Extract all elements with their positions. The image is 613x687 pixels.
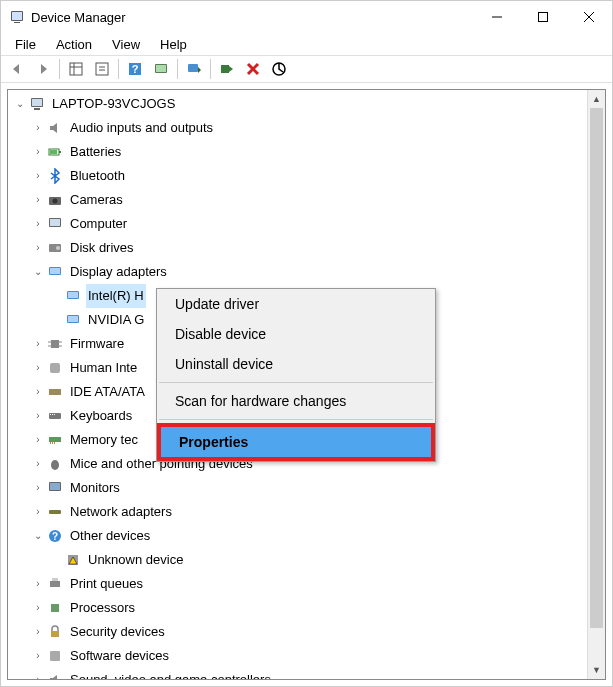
menu-file[interactable]: File — [5, 35, 46, 54]
chevron-right-icon[interactable]: › — [30, 648, 46, 664]
chevron-right-icon[interactable]: › — [30, 576, 46, 592]
vertical-scrollbar[interactable]: ▲ ▼ — [587, 90, 605, 679]
chevron-down-icon[interactable]: ⌄ — [30, 528, 46, 544]
printer-icon — [46, 575, 64, 593]
tree-node-network[interactable]: ›Network adapters — [8, 500, 605, 524]
tree-node-processors[interactable]: ›Processors — [8, 596, 605, 620]
toolbar-separator — [210, 59, 211, 79]
chevron-right-icon[interactable]: › — [30, 384, 46, 400]
node-label: Firmware — [68, 332, 126, 356]
node-label: Network adapters — [68, 500, 174, 524]
chevron-right-icon[interactable]: › — [30, 336, 46, 352]
forward-button[interactable] — [31, 58, 55, 80]
svg-rect-10 — [96, 63, 108, 75]
svg-point-33 — [56, 246, 60, 250]
chevron-right-icon[interactable]: › — [30, 360, 46, 376]
svg-rect-45 — [50, 363, 60, 373]
ctx-scan-hardware[interactable]: Scan for hardware changes — [157, 386, 435, 416]
tree-node-software[interactable]: ›Software devices — [8, 644, 605, 668]
scroll-thumb[interactable] — [590, 108, 603, 628]
ctx-disable-device[interactable]: Disable device — [157, 319, 435, 349]
tree-node-cameras[interactable]: ›Cameras — [8, 188, 605, 212]
app-icon — [9, 9, 25, 25]
node-label: Other devices — [68, 524, 152, 548]
ctx-uninstall-device[interactable]: Uninstall device — [157, 349, 435, 379]
chevron-right-icon[interactable]: › — [30, 624, 46, 640]
chevron-right-icon[interactable]: › — [30, 480, 46, 496]
chevron-right-icon[interactable]: › — [30, 240, 46, 256]
chevron-right-icon[interactable]: › — [30, 216, 46, 232]
back-button[interactable] — [5, 58, 29, 80]
hid-icon — [46, 359, 64, 377]
memory-icon — [46, 431, 64, 449]
node-label: Batteries — [68, 140, 123, 164]
svg-point-55 — [51, 460, 59, 470]
minimize-button[interactable] — [474, 1, 520, 33]
tree-node-security[interactable]: ›Security devices — [8, 620, 605, 644]
tree-node-batteries[interactable]: ›Batteries — [8, 140, 605, 164]
svg-rect-18 — [221, 65, 229, 73]
tree-root[interactable]: ⌄ LAPTOP-93VCJOGS — [8, 92, 605, 116]
help-button[interactable]: ? — [123, 58, 147, 80]
svg-rect-62 — [50, 581, 60, 587]
chevron-right-icon[interactable]: › — [30, 168, 46, 184]
enable-device-button[interactable] — [215, 58, 239, 80]
maximize-button[interactable] — [520, 1, 566, 33]
chevron-right-icon[interactable]: › — [30, 432, 46, 448]
menu-bar: File Action View Help — [1, 33, 612, 55]
tree-node-bluetooth[interactable]: ›Bluetooth — [8, 164, 605, 188]
chevron-down-icon[interactable]: ⌄ — [12, 96, 28, 112]
help-icon: ? — [46, 527, 64, 545]
chevron-right-icon[interactable]: › — [30, 144, 46, 160]
tool-bar: ? — [1, 55, 612, 83]
svg-rect-35 — [50, 268, 60, 274]
battery-icon — [46, 143, 64, 161]
chevron-down-icon[interactable]: ⌄ — [30, 264, 46, 280]
node-label: Sound, video and game controllers — [68, 668, 273, 680]
chevron-right-icon[interactable]: › — [30, 672, 46, 680]
tree-node-monitors[interactable]: ›Monitors — [8, 476, 605, 500]
node-label: Intel(R) H — [86, 284, 146, 308]
show-hide-tree-button[interactable] — [64, 58, 88, 80]
scroll-down-icon[interactable]: ▼ — [588, 661, 605, 679]
menu-action[interactable]: Action — [46, 35, 102, 54]
node-label: Audio inputs and outputs — [68, 116, 215, 140]
uninstall-device-button[interactable] — [241, 58, 265, 80]
menu-view[interactable]: View — [102, 35, 150, 54]
tree-node-printq[interactable]: ›Print queues — [8, 572, 605, 596]
tree-node-sound[interactable]: ›Sound, video and game controllers — [8, 668, 605, 680]
properties-button[interactable] — [90, 58, 114, 80]
scroll-up-icon[interactable]: ▲ — [588, 90, 605, 108]
node-label: Bluetooth — [68, 164, 127, 188]
update-driver-button[interactable] — [182, 58, 206, 80]
scan-hardware-button[interactable] — [149, 58, 173, 80]
svg-rect-1 — [12, 12, 22, 20]
tree-node-computer[interactable]: ›Computer — [8, 212, 605, 236]
chevron-right-icon[interactable]: › — [30, 192, 46, 208]
bluetooth-icon — [46, 167, 64, 185]
chevron-right-icon[interactable]: › — [30, 504, 46, 520]
tree-node-disk[interactable]: ›Disk drives — [8, 236, 605, 260]
tree-node-unknown[interactable]: Unknown device — [8, 548, 605, 572]
svg-rect-54 — [54, 442, 55, 444]
menu-help[interactable]: Help — [150, 35, 197, 54]
tree-node-audio[interactable]: ›Audio inputs and outputs — [8, 116, 605, 140]
ctx-update-driver[interactable]: Update driver — [157, 289, 435, 319]
svg-rect-58 — [49, 510, 61, 514]
node-label: Disk drives — [68, 236, 136, 260]
mouse-icon — [46, 455, 64, 473]
tree-node-other[interactable]: ⌄?Other devices — [8, 524, 605, 548]
chevron-right-icon[interactable]: › — [30, 600, 46, 616]
chevron-right-icon[interactable]: › — [30, 456, 46, 472]
svg-rect-7 — [70, 63, 82, 75]
chevron-right-icon[interactable]: › — [30, 408, 46, 424]
tree-node-display[interactable]: ⌄Display adapters — [8, 260, 605, 284]
close-button[interactable] — [566, 1, 612, 33]
ctx-properties[interactable]: Properties — [157, 423, 435, 461]
disable-device-button[interactable] — [267, 58, 291, 80]
node-label: Security devices — [68, 620, 167, 644]
node-label: Memory tec — [68, 428, 140, 452]
node-label: Monitors — [68, 476, 122, 500]
toolbar-separator — [177, 59, 178, 79]
chevron-right-icon[interactable]: › — [30, 120, 46, 136]
